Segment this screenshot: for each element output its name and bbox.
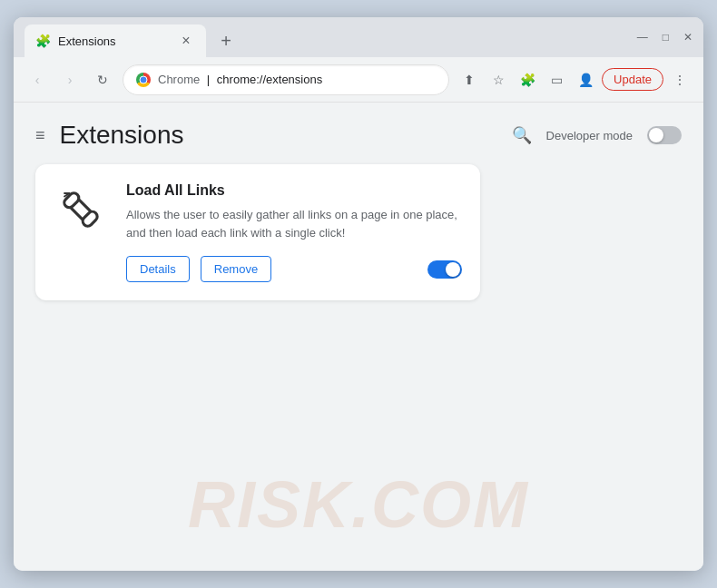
minimize-button[interactable]: —	[637, 31, 648, 44]
extensions-header: ≡ Extensions 🔍 Developer mode	[14, 103, 703, 164]
extension-enabled-toggle[interactable]	[427, 260, 462, 279]
address-bar[interactable]: Chrome | chrome://extensions	[123, 64, 449, 95]
developer-mode-toggle[interactable]	[647, 126, 682, 144]
extensions-icon[interactable]: 🧩	[515, 67, 540, 93]
chain-icon	[56, 185, 105, 234]
extension-info: Load All Links Allows the user to easily…	[126, 182, 462, 282]
svg-line-5	[79, 200, 91, 211]
forward-button[interactable]: ›	[57, 67, 83, 93]
reload-button[interactable]: ↻	[90, 67, 115, 93]
svg-line-4	[71, 208, 83, 220]
tab-favicon: 🧩	[35, 34, 51, 48]
browser-toolbar: ‹ › ↻ Chrome | chrome://extensions ⬆ ☆ 🧩…	[14, 57, 703, 103]
title-bar: 🧩 Extensions × + — □ ✕	[14, 17, 703, 57]
details-button[interactable]: Details	[126, 256, 190, 282]
window-controls: — □ ✕	[637, 31, 692, 51]
share-icon[interactable]: ⬆	[457, 67, 482, 93]
extension-icon-area	[54, 182, 108, 237]
browser-tab[interactable]: 🧩 Extensions ×	[25, 24, 206, 57]
close-button[interactable]: ✕	[683, 31, 692, 44]
extension-actions: Details Remove	[126, 256, 462, 282]
hamburger-menu-icon[interactable]: ≡	[35, 126, 45, 145]
new-tab-button[interactable]: +	[213, 28, 239, 54]
page-title: Extensions	[60, 121, 184, 150]
tab-close-button[interactable]: ×	[177, 32, 195, 50]
watermark-text: RISK.COM	[188, 467, 529, 542]
extension-card: Load All Links Allows the user to easily…	[35, 164, 480, 300]
header-right: 🔍 Developer mode	[512, 125, 682, 145]
extension-description: Allows the user to easily gather all lin…	[126, 206, 462, 241]
maximize-button[interactable]: □	[663, 31, 669, 44]
menu-icon[interactable]: ⋮	[667, 67, 692, 93]
search-icon[interactable]: 🔍	[512, 125, 532, 145]
extensions-main: RISK.COM	[14, 164, 703, 560]
developer-mode-label: Developer mode	[546, 129, 633, 142]
sidebar-icon[interactable]: ▭	[544, 67, 569, 93]
remove-button[interactable]: Remove	[201, 256, 271, 282]
extension-name: Load All Links	[126, 182, 462, 199]
address-site: Chrome | chrome://extensions	[158, 73, 322, 86]
bookmark-icon[interactable]: ☆	[486, 67, 511, 93]
svg-rect-3	[81, 210, 99, 228]
browser-window: 🧩 Extensions × + — □ ✕ ‹ › ↻ Chrome | ch…	[14, 17, 703, 571]
toolbar-icons: ⬆ ☆ 🧩 ▭ 👤 Update ⋮	[457, 67, 692, 93]
page-content: ≡ Extensions 🔍 Developer mode RISK.COM	[14, 103, 703, 571]
tab-title: Extensions	[58, 34, 170, 48]
back-button[interactable]: ‹	[25, 67, 50, 93]
update-button[interactable]: Update	[602, 68, 663, 91]
chrome-logo-icon	[136, 73, 151, 87]
profile-icon[interactable]: 👤	[573, 67, 598, 93]
